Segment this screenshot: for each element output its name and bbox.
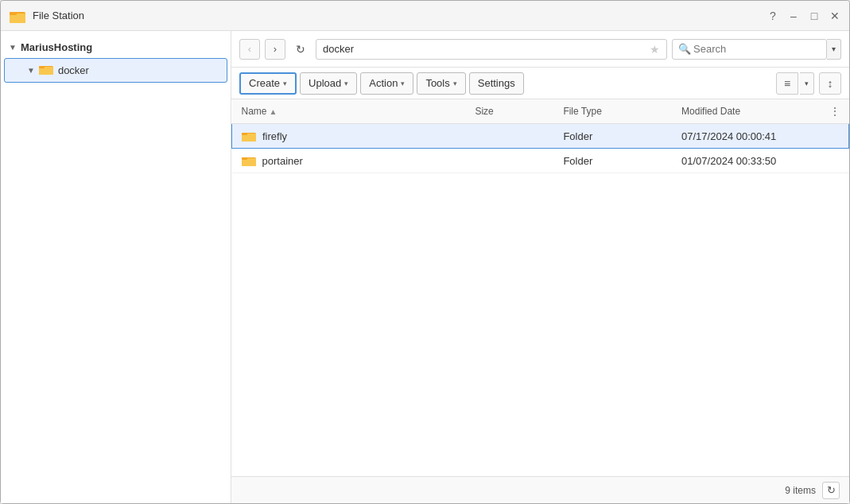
nav-back-button[interactable]: ‹	[239, 39, 260, 60]
minimize-button[interactable]: –	[787, 10, 800, 22]
table-row[interactable]: portainer Folder 01/07/2024 00:33:50	[232, 149, 849, 173]
host-arrow: ▼	[9, 43, 17, 52]
toolbar-actions: Create ▾ Upload ▾ Action ▾ Tools ▾ Setti…	[231, 68, 849, 99]
sidebar-section: ▼ MariusHosting ▼ docker	[1, 37, 231, 83]
search-wrapper: 🔍 ▾	[672, 39, 841, 60]
window-controls: ? – □ ✕	[767, 10, 841, 22]
table-header-row: Name ▲ Size File Type Modif	[232, 99, 849, 124]
file-type: Folder	[553, 149, 672, 173]
search-input[interactable]	[672, 39, 827, 60]
sidebar-host[interactable]: ▼ MariusHosting	[1, 37, 231, 57]
status-refresh-icon: ↻	[827, 484, 836, 496]
table-row[interactable]: firefly Folder 07/17/2024 00:00:41	[232, 124, 849, 149]
sort-button[interactable]: ↕	[819, 72, 841, 95]
host-label: MariusHosting	[21, 41, 92, 53]
path-text: docker	[323, 43, 354, 55]
docker-arrow: ▼	[27, 66, 35, 75]
file-size	[465, 124, 553, 149]
col-header-more[interactable]: ⋮	[821, 99, 849, 124]
refresh-button[interactable]: ↻	[290, 39, 311, 60]
settings-label: Settings	[478, 77, 515, 89]
upload-button[interactable]: Upload ▾	[300, 72, 357, 95]
col-header-size[interactable]: Size	[465, 99, 553, 124]
settings-button[interactable]: Settings	[469, 72, 524, 95]
search-icon: 🔍	[678, 43, 691, 55]
svg-rect-8	[242, 133, 247, 135]
status-bar: 9 items ↻	[231, 476, 849, 503]
toolbar-right: ≡ ▾ ↕	[776, 72, 841, 95]
refresh-icon: ↻	[296, 43, 305, 56]
upload-label: Upload	[309, 77, 341, 89]
back-icon: ‹	[248, 43, 251, 55]
toolbar-top: ‹ › ↻ docker ★ 🔍 ▾	[231, 31, 849, 68]
file-type: Folder	[553, 124, 672, 149]
sort-icon: ↕	[828, 77, 833, 90]
col-header-modified[interactable]: Modified Date	[672, 99, 820, 124]
file-modified: 07/17/2024 00:00:41	[672, 124, 820, 149]
file-table-body: firefly Folder 07/17/2024 00:00:41 porta…	[232, 124, 849, 173]
favorite-star-icon[interactable]: ★	[650, 43, 660, 56]
file-name-cell: portainer	[232, 149, 466, 173]
file-name-cell: firefly	[232, 124, 466, 149]
create-arrow: ▾	[283, 79, 287, 87]
tools-arrow: ▾	[453, 79, 457, 87]
forward-icon: ›	[274, 43, 277, 55]
create-button[interactable]: Create ▾	[239, 72, 297, 95]
upload-arrow: ▾	[344, 79, 348, 87]
tools-label: Tools	[425, 77, 449, 89]
svg-rect-2	[10, 12, 17, 15]
right-panel: ‹ › ↻ docker ★ 🔍 ▾	[231, 31, 849, 503]
action-button[interactable]: Action ▾	[360, 72, 413, 95]
action-label: Action	[369, 77, 398, 89]
nav-forward-button[interactable]: ›	[265, 39, 285, 60]
file-size	[465, 149, 553, 173]
svg-rect-11	[242, 157, 247, 160]
sidebar: ▼ MariusHosting ▼ docker	[1, 31, 231, 503]
col-header-name[interactable]: Name ▲	[232, 99, 466, 124]
main-area: ▼ MariusHosting ▼ docker	[1, 31, 849, 503]
action-arrow: ▾	[401, 79, 405, 87]
search-dropdown-button[interactable]: ▾	[827, 39, 841, 60]
col-header-type[interactable]: File Type	[553, 99, 672, 124]
app-icon	[9, 7, 26, 25]
create-label: Create	[249, 77, 280, 89]
file-table: Name ▲ Size File Type Modif	[231, 99, 849, 173]
file-more	[821, 149, 849, 173]
tools-button[interactable]: Tools ▾	[417, 72, 465, 95]
items-count: 9 items	[785, 485, 816, 496]
name-sort-arrow: ▲	[270, 107, 278, 116]
file-list-area: Name ▲ Size File Type Modif	[231, 99, 849, 476]
close-button[interactable]: ✕	[829, 10, 841, 22]
file-more	[821, 124, 849, 149]
maximize-button[interactable]: □	[808, 10, 821, 22]
docker-label: docker	[58, 64, 89, 76]
sidebar-item-docker[interactable]: ▼ docker	[4, 58, 227, 83]
path-bar[interactable]: docker ★	[316, 39, 667, 60]
help-button[interactable]: ?	[767, 10, 779, 22]
status-refresh-button[interactable]: ↻	[822, 482, 840, 499]
file-name: firefly	[262, 130, 287, 142]
view-list-button[interactable]: ≡	[776, 72, 798, 95]
svg-rect-5	[39, 66, 45, 68]
titlebar: File Station ? – □ ✕	[1, 1, 849, 31]
view-dropdown-button[interactable]: ▾	[800, 72, 814, 95]
app-window: File Station ? – □ ✕ ▼ MariusHosting ▼	[0, 0, 850, 504]
file-name: portainer	[262, 155, 303, 167]
app-title: File Station	[33, 10, 767, 21]
file-modified: 01/07/2024 00:33:50	[672, 149, 820, 173]
folder-icon	[39, 63, 53, 78]
view-list-icon: ≡	[784, 77, 790, 90]
